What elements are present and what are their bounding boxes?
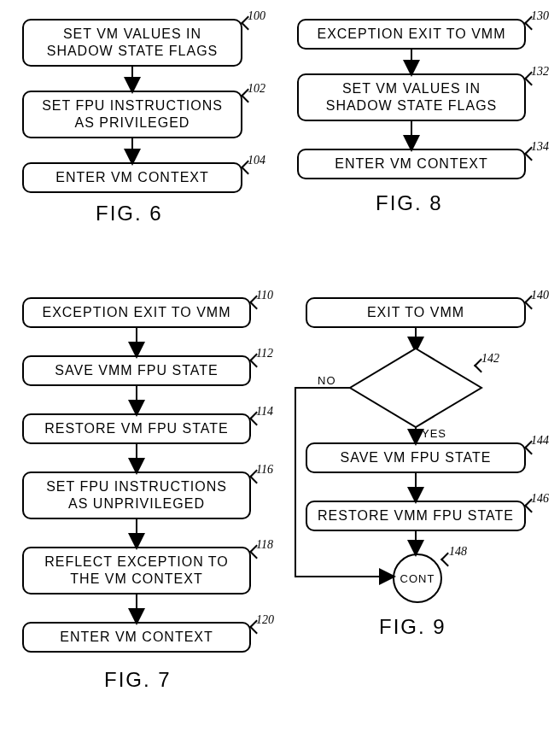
terminator-text: CONT [400, 572, 435, 585]
box-text: SET VM VALUES INSHADOW STATE FLAGS [326, 80, 498, 114]
flow-box-144: SAVE VM FPU STATE [306, 442, 526, 473]
box-text: SET FPU INSTRUCTIONSAS UNPRIVILEGED [46, 478, 227, 512]
terminator-148: CONT [393, 554, 442, 603]
flow-box-134: ENTER VM CONTEXT [297, 149, 526, 179]
decision-142-text: VM USINGFPU? [373, 372, 458, 407]
box-text: SET FPU INSTRUCTIONSAS PRIVILEGED [42, 97, 223, 132]
fig7-caption: FIG. 7 [104, 668, 172, 692]
box-text: EXCEPTION EXIT TO VMM [317, 26, 505, 43]
flow-box-110: EXCEPTION EXIT TO VMM [22, 297, 251, 328]
box-text: RESTORE VMM FPU STATE [318, 507, 514, 524]
fig8-caption: FIG. 8 [376, 191, 443, 215]
box-text: ENTER VM CONTEXT [335, 155, 488, 173]
box-text: ENTER VM CONTEXT [55, 169, 209, 186]
flow-box-102: SET FPU INSTRUCTIONSAS PRIVILEGED [22, 91, 242, 138]
box-text: EXCEPTION EXIT TO VMM [42, 304, 230, 321]
flow-box-118: REFLECT EXCEPTION TOTHE VM CONTEXT [22, 547, 251, 594]
flow-box-132: SET VM VALUES INSHADOW STATE FLAGS [297, 73, 526, 121]
flow-box-130: EXCEPTION EXIT TO VMM [297, 19, 526, 50]
fig6-caption: FIG. 6 [96, 202, 163, 226]
box-text: SET VM VALUES INSHADOW STATE FLAGS [47, 26, 219, 60]
decision-no-label: NO [318, 374, 336, 387]
flow-box-112: SAVE VMM FPU STATE [22, 355, 251, 386]
box-text: RESTORE VM FPU STATE [44, 420, 229, 437]
fig9-caption: FIG. 9 [379, 615, 446, 639]
flow-box-104: ENTER VM CONTEXT [22, 162, 242, 193]
flow-box-146: RESTORE VMM FPU STATE [306, 501, 526, 531]
flow-box-120: ENTER VM CONTEXT [22, 622, 251, 653]
decision-yes-label: YES [422, 427, 446, 440]
box-text: REFLECT EXCEPTION TOTHE VM CONTEXT [44, 554, 229, 588]
box-text: EXIT TO VMM [367, 304, 464, 321]
flow-box-114: RESTORE VM FPU STATE [22, 413, 251, 444]
flow-box-100: SET VM VALUES INSHADOW STATE FLAGS [22, 19, 242, 67]
box-text: SAVE VMM FPU STATE [55, 362, 218, 379]
box-text: SAVE VM FPU STATE [340, 449, 491, 466]
flow-box-140: EXIT TO VMM [306, 297, 526, 328]
flow-box-116: SET FPU INSTRUCTIONSAS UNPRIVILEGED [22, 472, 251, 519]
box-text: ENTER VM CONTEXT [60, 629, 213, 646]
